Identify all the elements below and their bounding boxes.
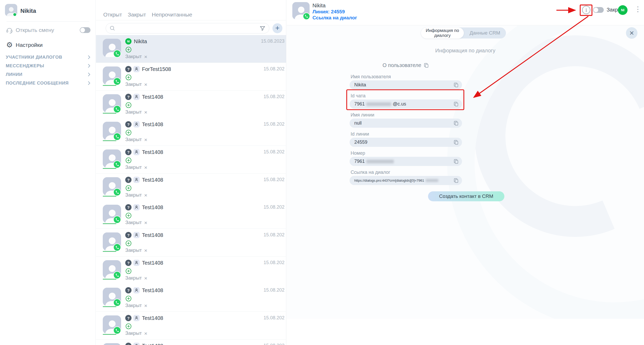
chat-list-item[interactable]: ?Test1408 Закрыт× 15.08.202	[96, 257, 286, 284]
dialog-link[interactable]: Ссылка на диалог	[312, 15, 357, 21]
chat-list-item[interactable]: ?Test1408 Закрыт× 15.08.202	[96, 146, 286, 174]
tab-closed[interactable]: Закрыт	[128, 12, 146, 18]
copy-icon[interactable]	[453, 120, 459, 126]
remove-status-icon[interactable]: ×	[144, 109, 147, 115]
chat-list-item[interactable]: ?Test1408 Закрыт× 15.08.202	[96, 229, 286, 257]
chat-list-item[interactable]: ?Test1408 Закрыт× 15.08.202	[96, 340, 286, 345]
channel-indicator	[103, 306, 116, 307]
open-shift-toggle[interactable]	[80, 27, 90, 33]
line-link[interactable]: Линия: 24559	[312, 9, 345, 15]
copy-icon[interactable]	[453, 140, 459, 145]
dialog-status-toggle[interactable]	[593, 7, 604, 13]
search-icon	[110, 25, 115, 31]
filter-icon[interactable]	[260, 25, 265, 31]
redacted-text	[366, 102, 391, 106]
remove-status-icon[interactable]: ×	[144, 82, 147, 87]
tab-unread[interactable]: Непрочитанные	[152, 12, 192, 18]
settings-item[interactable]: ⚙ Настройки	[0, 41, 96, 49]
open-shift-label: Открыть смену	[16, 27, 54, 33]
redacted-text	[366, 160, 394, 163]
remove-status-icon[interactable]: ×	[144, 54, 147, 59]
add-icon[interactable]	[125, 212, 132, 219]
chat-list-item[interactable]: ?Test1408 Закрыт× 15.08.202	[96, 174, 286, 201]
tab-open[interactable]: Открыт	[103, 12, 122, 18]
divider	[96, 20, 286, 20]
person-badge-icon	[133, 121, 140, 127]
remove-status-icon[interactable]: ×	[144, 275, 147, 281]
chat-list-tabs: Открыт Закрыт Непрочитанные	[103, 12, 192, 18]
create-crm-contact-button[interactable]: Создать контакт в CRM	[428, 191, 504, 201]
person-badge-icon	[133, 94, 140, 100]
add-icon[interactable]	[125, 268, 132, 274]
copy-icon[interactable]	[453, 101, 459, 107]
chat-date: 15.08.202	[264, 204, 284, 210]
add-icon[interactable]	[125, 185, 132, 191]
status-badge: Закрыт	[125, 137, 142, 142]
status-badge: Закрыт	[125, 275, 142, 281]
add-icon[interactable]	[125, 157, 132, 164]
question-badge-icon: ?	[125, 121, 132, 127]
add-icon[interactable]	[125, 129, 132, 136]
more-menu-icon[interactable]: ⋮	[634, 6, 641, 13]
chevron-right-icon	[88, 64, 90, 68]
add-icon[interactable]	[125, 74, 132, 81]
operator-avatar[interactable]: NI	[618, 5, 628, 15]
remove-status-icon[interactable]: ×	[144, 303, 147, 308]
watermark-ring	[386, 26, 644, 319]
field-value: 7961@c.us	[354, 101, 453, 107]
status-badge: Закрыт	[125, 54, 142, 59]
settings-label: Настройки	[16, 42, 43, 48]
channel-indicator	[103, 140, 116, 141]
chat-date: 15.08.202	[264, 315, 284, 321]
chat-list-item[interactable]: ?Test1408 Закрыт× 15.08.202	[96, 284, 286, 312]
field-label: Ссылка на диалог	[351, 170, 390, 175]
menu-label: УЧАСТНИКИ ДИАЛОГОВ	[6, 55, 62, 60]
remove-status-icon[interactable]: ×	[144, 248, 147, 253]
person-badge-icon	[133, 149, 140, 155]
person-badge-icon	[133, 177, 140, 183]
copy-icon[interactable]	[453, 82, 459, 88]
conversation-title: Nikita	[312, 3, 326, 9]
chat-list-item[interactable]: ?Test1408 Закрыт× 15.08.202	[96, 201, 286, 229]
sidebar-item-dialog-participants[interactable]: УЧАСТНИКИ ДИАЛОГОВ	[6, 53, 90, 62]
search-input[interactable]	[117, 25, 260, 31]
add-icon[interactable]	[125, 323, 132, 330]
chat-list-item[interactable]: NINikita Закрыт× 15.08.2023	[96, 35, 286, 63]
status-badge: Закрыт	[125, 303, 142, 308]
add-icon[interactable]	[125, 240, 132, 247]
add-icon[interactable]	[125, 46, 132, 53]
chat-avatar	[103, 343, 121, 345]
chat-list-item[interactable]: ?Test1408 Закрыт× 15.08.202	[96, 118, 286, 146]
tab-crm-data[interactable]: Данные CRM	[464, 27, 506, 38]
sidebar-item-lines[interactable]: ЛИНИИ	[6, 70, 90, 79]
whatsapp-badge-icon	[113, 326, 121, 334]
sidebar-item-recent-messages[interactable]: ПОСЛЕДНИЕ СООБЩЕНИЯ	[6, 79, 90, 87]
remove-status-icon[interactable]: ×	[144, 165, 147, 170]
info-icon[interactable]: i	[582, 6, 590, 14]
question-badge-icon: ?	[125, 177, 132, 183]
status-badge: Закрыт	[125, 192, 142, 198]
tab-dialog-info[interactable]: Информация по диалогу	[421, 27, 464, 38]
conversation-header: Nikita Линия: 24559 Ссылка на диалог i З…	[287, 0, 644, 25]
sidebar-item-messengers[interactable]: МЕССЕНДЖЕРЫ	[6, 62, 90, 70]
chat-list-item[interactable]: ?ForTest1508 Закрыт× 15.08.202	[96, 63, 286, 91]
copy-icon[interactable]	[424, 63, 429, 68]
remove-status-icon[interactable]: ×	[144, 220, 147, 225]
chat-list-item[interactable]: ?Test1408 Закрыт× 15.08.202	[96, 91, 286, 118]
add-icon[interactable]	[125, 295, 132, 302]
chat-date: 15.08.202	[264, 94, 284, 99]
chat-list-item[interactable]: ?Test1408 Закрыт× 15.08.202	[96, 312, 286, 340]
info-panel-tabs: Информация по диалогу Данные CRM	[421, 27, 506, 38]
copy-icon[interactable]	[453, 178, 459, 183]
remove-status-icon[interactable]: ×	[144, 137, 147, 142]
close-icon[interactable]: ×	[626, 27, 637, 39]
new-chat-button[interactable]: +	[272, 23, 282, 33]
open-shift-row: Открыть смену	[0, 26, 96, 35]
status-badge: Закрыт	[125, 220, 142, 225]
person-badge-icon	[133, 315, 140, 321]
copy-icon[interactable]	[453, 159, 459, 164]
person-badge-icon	[133, 343, 140, 345]
remove-status-icon[interactable]: ×	[144, 331, 147, 336]
add-icon[interactable]	[125, 102, 132, 108]
remove-status-icon[interactable]: ×	[144, 192, 147, 198]
